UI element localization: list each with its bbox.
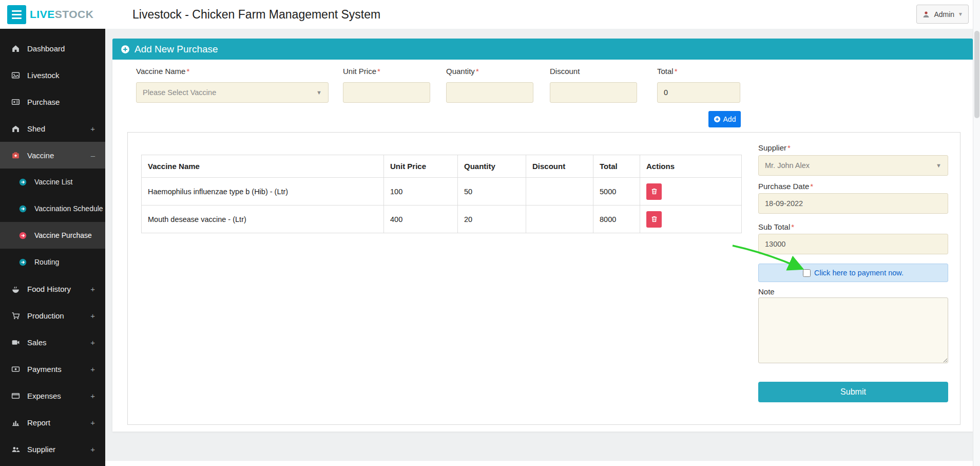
credit-card-icon <box>11 392 20 400</box>
video-icon <box>11 338 20 347</box>
purchase-items-container: Vaccine Name Unit Price Quantity Discoun… <box>127 132 960 425</box>
add-button[interactable]: Add <box>708 111 741 127</box>
users-icon <box>11 445 20 454</box>
hamburger-icon <box>12 10 22 12</box>
cell-discount <box>526 178 593 206</box>
sidebar-item-payments[interactable]: Payments + <box>0 356 105 382</box>
col-header-actions: Actions <box>640 155 742 178</box>
cell-total: 8000 <box>593 206 640 233</box>
chevron-down-icon: ▼ <box>936 162 941 169</box>
total-label: Total* <box>657 67 678 76</box>
cell-quantity: 50 <box>458 178 526 206</box>
vaccine-kit-icon <box>11 151 20 160</box>
footer <box>105 461 973 466</box>
collapse-minus-icon: – <box>91 151 95 160</box>
unit-price-input[interactable] <box>343 82 430 103</box>
plus-circle-icon <box>121 45 130 54</box>
delete-row-button[interactable] <box>646 183 662 200</box>
vaccine-select[interactable]: Please Select Vaccine ▼ <box>136 82 329 103</box>
sidebar-item-vaccine[interactable]: Vaccine – <box>0 142 105 169</box>
home-icon <box>11 44 20 53</box>
hamburger-menu-button[interactable] <box>7 5 26 24</box>
table-row: Haemophilus influenzae type b (Hib) - (L… <box>142 178 742 206</box>
page-title: Livestock - Chicken Farm Management Syst… <box>132 0 380 29</box>
cart-icon <box>11 311 20 320</box>
chevron-down-icon: ▼ <box>316 89 322 96</box>
purchase-date-input[interactable] <box>758 193 948 214</box>
col-header-unit-price: Unit Price <box>384 155 458 178</box>
purchase-date-label: Purchase Date* <box>758 182 813 191</box>
col-header-vaccine-name: Vaccine Name <box>142 155 384 178</box>
sidebar-item-expenses[interactable]: Expenses + <box>0 382 105 409</box>
supplier-select[interactable]: Mr. John Alex ▼ <box>758 155 948 176</box>
payment-now-box[interactable]: Click here to payment now. <box>758 264 948 282</box>
vaccine-name-label: Vaccine Name* <box>136 67 189 76</box>
col-header-discount: Discount <box>526 155 593 178</box>
submit-button[interactable]: Submit <box>758 382 948 402</box>
cell-total: 5000 <box>593 178 640 206</box>
scrollbar[interactable] <box>973 0 980 466</box>
supplier-label: Supplier* <box>758 143 791 152</box>
payment-now-label: Click here to payment now. <box>814 269 904 277</box>
panel-header: Add New Purchase <box>112 39 973 60</box>
panel-body: Vaccine Name* Please Select Vaccine ▼ Un… <box>112 60 973 432</box>
panel-title: Add New Purchase <box>134 44 218 55</box>
sub-total-label: Sub Total* <box>758 222 794 231</box>
logo-text-primary: LIVE <box>30 8 55 20</box>
arrow-circle-right-icon <box>18 231 27 240</box>
total-input[interactable] <box>657 82 740 103</box>
shed-icon <box>11 124 20 133</box>
cell-vaccine-name: Mouth desease vaccine - (Ltr) <box>142 206 384 233</box>
trash-icon <box>650 188 658 195</box>
sidebar-item-livestock[interactable]: Livestock <box>0 62 105 88</box>
cell-quantity: 20 <box>458 206 526 233</box>
main-content: Add New Purchase Vaccine Name* Please Se… <box>105 29 973 466</box>
sidebar-item-food-history[interactable]: Food History + <box>0 275 105 302</box>
discount-label: Discount <box>550 67 580 76</box>
unit-price-label: Unit Price* <box>343 67 380 76</box>
sidebar-item-production[interactable]: Production + <box>0 302 105 329</box>
delete-row-button[interactable] <box>646 211 662 228</box>
sidebar-subitem-vaccination-schedule[interactable]: Vaccination Schedule <box>0 195 105 222</box>
plus-circle-icon <box>714 116 721 123</box>
top-bar: LIVESTOCK Livestock - Chicken Farm Manag… <box>0 0 980 29</box>
sidebar: Dashboard Livestock Purchase Shed + Vacc… <box>0 29 105 466</box>
sub-total-input[interactable] <box>758 234 948 254</box>
arrow-circle-right-icon <box>18 204 27 213</box>
col-header-total: Total <box>593 155 640 178</box>
user-icon <box>922 10 930 18</box>
arrow-circle-right-icon <box>18 258 27 267</box>
scrollbar-thumb[interactable] <box>974 31 979 118</box>
admin-dropdown[interactable]: Admin ▼ <box>916 5 969 24</box>
cell-discount <box>526 206 593 233</box>
admin-label: Admin <box>934 10 954 18</box>
note-textarea[interactable] <box>758 297 948 363</box>
quantity-label: Quantity* <box>446 67 479 76</box>
sidebar-subitem-routing[interactable]: Routing <box>0 249 105 275</box>
supplier-select-value: Mr. John Alex <box>765 161 810 170</box>
note-label: Note <box>758 287 775 296</box>
purchase-items-table: Vaccine Name Unit Price Quantity Discoun… <box>141 155 742 233</box>
payment-now-checkbox[interactable] <box>803 269 811 277</box>
quantity-input[interactable] <box>446 82 533 103</box>
sidebar-item-shed[interactable]: Shed + <box>0 115 105 142</box>
sidebar-item-supplier[interactable]: Supplier + <box>0 436 105 462</box>
table-row: Mouth desease vaccine - (Ltr) 400 20 800… <box>142 206 742 233</box>
logo-text-secondary: STOCK <box>55 8 94 20</box>
image-icon <box>11 71 20 80</box>
money-icon <box>11 365 20 374</box>
sidebar-subitem-vaccine-list[interactable]: Vaccine List <box>0 169 105 195</box>
sidebar-item-dashboard[interactable]: Dashboard <box>0 35 105 62</box>
col-header-quantity: Quantity <box>458 155 526 178</box>
cell-vaccine-name: Haemophilus influenzae type b (Hib) - (L… <box>142 178 384 206</box>
app-logo[interactable]: LIVESTOCK <box>30 0 93 29</box>
sidebar-item-sales[interactable]: Sales + <box>0 329 105 356</box>
food-bowl-icon <box>11 285 20 293</box>
sidebar-subitem-vaccine-purchase[interactable]: Vaccine Purchase <box>0 222 105 249</box>
cell-unit-price: 400 <box>384 206 458 233</box>
id-card-icon <box>11 98 20 106</box>
sidebar-item-report[interactable]: Report + <box>0 409 105 436</box>
bar-chart-icon <box>11 418 20 427</box>
sidebar-item-purchase[interactable]: Purchase <box>0 88 105 115</box>
discount-input[interactable] <box>550 82 637 103</box>
